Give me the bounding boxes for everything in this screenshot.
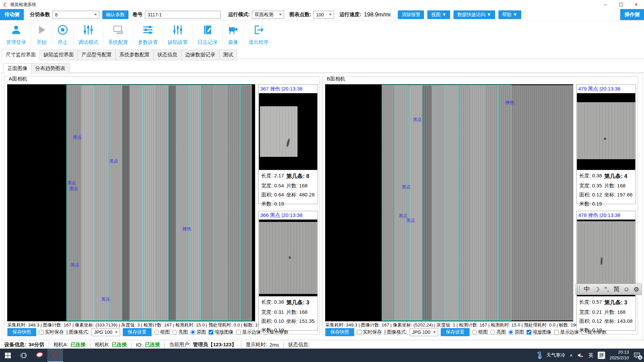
image-mode-option-1[interactable]: 亮图 [172,329,188,335]
operator-side-button[interactable]: 操作侧 [620,9,644,20]
stat-米数: 米数: 0.19 [261,327,286,334]
defect-mark [289,256,291,259]
icon-toolbar: 管理登录开始停止调试模式系统配置参数设置缺陷设置日志记录摄像退出程序 [0,20,644,49]
tab-4[interactable]: 状态信息 [154,50,181,60]
display-option-0[interactable]: 缩放图像 [527,329,551,335]
task-view-icon[interactable] [16,349,32,362]
image-format-label: | 图像格式: [384,329,407,335]
tray-expand-chevron-icon[interactable]: ∧ [570,353,573,358]
save-settings-button[interactable]: 保存设置 [123,328,152,336]
ime-drag-handle[interactable] [577,285,580,293]
image-mode-option-0[interactable]: 暗图 [154,329,170,335]
exit-button[interactable]: 退出程序 [244,22,273,48]
defect-annotation: 挫伤 [505,100,514,106]
run-mode-select[interactable]: 双面检测 [252,11,284,19]
ime-simplified[interactable]: 简 [612,285,622,294]
stop-icon [57,24,68,37]
image-mode-option-0[interactable]: 暗图 [472,329,488,335]
display-option-0[interactable]: 缩放图像 [209,329,233,335]
system-config-icon [112,24,124,37]
ime-pinyin-icon[interactable]: 拼 [598,352,605,359]
realtime-save-option[interactable]: 实时保存 [39,329,64,335]
ime-emoji[interactable]: ☺ [622,286,632,293]
save-snapshot-button[interactable]: 保存快照 [325,328,354,336]
status-segment-5: 显示耗时:2ms [241,341,284,348]
vision-app-taskbar-icon[interactable] [47,349,63,362]
ime-punctuation[interactable]: °, [602,286,612,293]
image-mode-radio[interactable] [172,330,177,335]
realtime-save-option[interactable]: 实时保存 [357,329,382,335]
tab-1[interactable]: 缺陷监控界面 [40,50,78,60]
weather-text[interactable]: 天气寒冷 [546,352,565,358]
chart-points-select[interactable]: 100 [313,11,334,19]
debug-sliders-button[interactable]: 调试模式 [73,22,103,48]
save-snapshot-button[interactable]: 保存快照 [7,328,36,336]
acquisition-status-line: 采集耗时: 349.3 | 图像计数: 167 | 像素坐标: (5202,24… [325,322,581,328]
tab-2[interactable]: 产品型号配置 [78,50,116,60]
minimize-icon[interactable]: ─ [598,0,613,9]
display-option-1[interactable]: 显示边缘 [554,329,579,335]
tab-3[interactable]: 系统参数配置 [116,50,154,60]
maximize-icon[interactable] [613,0,629,9]
stop-button[interactable]: 停止 [52,22,73,48]
main-toolbar: 传动侧 分切条数 8 确认条数 卷号 3117-1 运行模式: 双面检测 图表点… [0,9,644,20]
system-config-button[interactable]: 系统配置 [103,22,133,48]
subtab-1[interactable]: 分布趋势图表 [32,63,69,74]
params-sliders-button[interactable]: 参数设置 [133,22,163,48]
help-menu-button[interactable]: 帮助 ▼ [498,10,521,19]
display-option-checkbox[interactable] [554,330,559,335]
image-mode-option-2[interactable]: 原图 [191,329,206,335]
close-icon[interactable]: ✕ [629,0,644,9]
stat-面积: 面积: 0.12 [579,192,604,198]
image-mode-radio[interactable] [508,330,513,335]
snipping-tool-icon[interactable]: ✂ [32,349,47,362]
subtab-0[interactable]: 正面图像 [3,63,32,74]
user-button[interactable]: 管理登录 [1,22,31,48]
tab-5[interactable]: 边缘数据记录 [181,50,219,60]
display-option-checkbox[interactable] [209,330,213,335]
image-format-select[interactable]: JPG 100 [92,328,120,336]
stat-宽度: 宽度: 0.21 [579,309,604,315]
language-indicator[interactable]: 英 [588,352,593,359]
realtime-save-checkbox[interactable] [357,330,362,335]
play-button[interactable]: 开始 [31,22,52,48]
confirm-count-button[interactable]: 确认条数 [102,10,128,19]
display-option-checkbox[interactable] [236,330,241,335]
slit-count-select[interactable]: 8 [52,11,99,19]
camera-button[interactable]: 摄像 [223,22,244,48]
roll-number-input[interactable]: 3117-1 [145,11,221,19]
debug-sliders-icon [83,24,94,37]
ime-half-full-moon[interactable]: ☽ [592,286,602,293]
run-speed-value: 198.9m/mi [361,10,393,19]
ime-settings[interactable]: ⚙ [632,286,642,293]
notification-center-icon[interactable]: 6 [633,352,641,359]
material-strip [66,85,82,320]
volume-muted-icon[interactable] [577,352,584,359]
start-button-icon[interactable] [0,349,16,362]
run-speed-label: 运行速度: [339,11,361,18]
log-button[interactable]: 日志记录 [193,22,222,48]
image-mode-radio[interactable] [191,330,195,335]
image-mode-radio[interactable] [490,330,495,335]
display-option-1[interactable]: 显示边缘 [236,329,261,335]
defect-sliders-button[interactable]: 缺陷设置 [163,22,193,48]
tab-6[interactable]: 测试 [219,50,237,60]
ime-chinese-mode[interactable]: 中 [582,285,592,294]
clear-alarm-button[interactable]: 清除报警 [398,10,424,19]
image-format-select[interactable]: JPG 100 [410,328,438,336]
tab-0[interactable]: 尺寸监控界面 [2,50,40,60]
unslit-material-region [512,85,573,320]
save-settings-button[interactable]: 保存设置 [441,328,470,336]
drive-side-button[interactable]: 传动侧 [0,9,24,20]
realtime-save-checkbox[interactable] [39,330,44,335]
material-strip [471,85,485,320]
data-quick-access-button[interactable]: 数据快捷访问 ▼ [453,10,495,19]
stat-片数: 片数: 168 [286,309,316,315]
taskbar-clock[interactable]: 20:13 2025/2/10 [609,350,629,361]
image-mode-radio[interactable] [154,330,159,335]
image-mode-option-2[interactable]: 原图 [508,329,524,335]
image-mode-option-1[interactable]: 亮图 [490,329,506,335]
view-menu-button[interactable]: 视图 ▼ [427,10,450,19]
display-option-checkbox[interactable] [527,330,531,335]
image-mode-radio[interactable] [472,330,477,335]
